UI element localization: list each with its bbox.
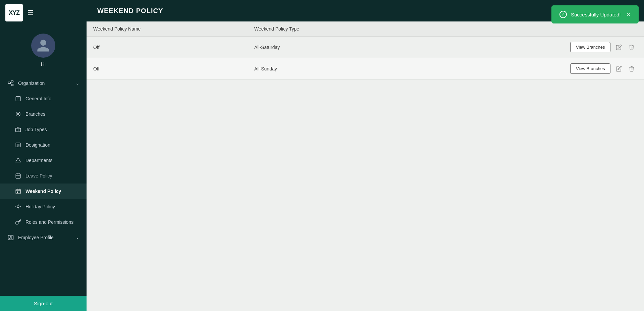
- chevron-down-icon-employee: ⌄: [76, 235, 79, 240]
- sidebar-item-weekend-policy-label: Weekend Policy: [25, 189, 61, 194]
- weekend-policy-icon: [15, 188, 21, 195]
- row-2-type: All-Sunday: [254, 66, 570, 71]
- sidebar-item-employee-profile-label: Employee Profile: [18, 235, 54, 240]
- main-content: WEEKEND POLICY Weekend Policy Name Weeke…: [87, 0, 644, 311]
- weekend-policy-table: Weekend Policy Name Weekend Policy Type …: [87, 21, 644, 80]
- sidebar-item-branches[interactable]: Branches: [0, 106, 87, 122]
- row-2-name: Off: [93, 66, 254, 71]
- user-avatar-icon: [36, 38, 51, 53]
- svg-rect-2: [11, 84, 13, 86]
- sidebar-item-departments-label: Departments: [25, 158, 52, 163]
- sidebar-item-employee-profile[interactable]: Employee Profile ⌄: [0, 230, 87, 245]
- svg-marker-19: [16, 158, 21, 162]
- svg-rect-34: [8, 235, 13, 240]
- sidebar-item-leave-policy-label: Leave Policy: [25, 173, 52, 178]
- departments-icon: [15, 157, 21, 164]
- toast-message: Successfully Updated!: [571, 12, 621, 17]
- sidebar-item-leave-policy[interactable]: Leave Policy: [0, 168, 87, 184]
- toast-notification: ✓ Successfully Updated! ✕: [551, 5, 639, 23]
- sidebar-item-departments[interactable]: Departments: [0, 153, 87, 168]
- delete-button-2[interactable]: [627, 64, 636, 73]
- col-header-actions: [570, 26, 637, 32]
- general-info-icon: [15, 95, 21, 102]
- edit-icon-2: [616, 66, 622, 72]
- svg-rect-24: [16, 189, 20, 194]
- roles-permissions-icon: [15, 219, 21, 225]
- sidebar-item-job-types-label: Job Types: [25, 127, 47, 132]
- svg-rect-0: [8, 82, 10, 84]
- col-header-type: Weekend Policy Type: [254, 26, 570, 32]
- sidebar-item-designation-label: Designation: [25, 142, 50, 148]
- view-branches-button-2[interactable]: View Branches: [570, 63, 610, 74]
- row-2-actions: View Branches: [570, 63, 637, 74]
- delete-button-1[interactable]: [627, 43, 636, 52]
- sidebar-item-branches-label: Branches: [25, 111, 45, 117]
- avatar: [31, 34, 55, 58]
- designation-icon: [15, 142, 21, 148]
- sidebar-item-organization[interactable]: Organization ⌄: [0, 75, 87, 91]
- table-row: Off All-Sunday View Branches: [87, 58, 644, 80]
- holiday-policy-icon: [15, 203, 21, 210]
- sidebar-item-weekend-policy[interactable]: Weekend Policy: [0, 184, 87, 199]
- row-1-name: Off: [93, 45, 254, 50]
- table-row: Off All-Saturday View Branches: [87, 37, 644, 58]
- user-greeting: Hi: [41, 61, 46, 67]
- svg-rect-1: [11, 81, 13, 83]
- hamburger-icon[interactable]: ☰: [28, 9, 34, 17]
- row-1-actions: View Branches: [570, 42, 637, 52]
- svg-point-11: [16, 112, 20, 116]
- sidebar-item-general-info-label: General Info: [25, 96, 51, 101]
- sidebar-item-roles-permissions[interactable]: Roles and Permissions: [0, 214, 87, 230]
- sidebar-nav: Organization ⌄ General Info Branches Job…: [0, 73, 87, 296]
- toast-close-button[interactable]: ✕: [626, 11, 631, 18]
- trash-icon-1: [629, 44, 635, 50]
- sidebar-item-organization-label: Organization: [18, 81, 45, 86]
- svg-point-35: [10, 236, 12, 238]
- sidebar-item-job-types[interactable]: Job Types: [0, 122, 87, 137]
- row-1-type: All-Saturday: [254, 45, 570, 50]
- sidebar-item-holiday-policy[interactable]: Holiday Policy: [0, 199, 87, 214]
- sidebar-item-holiday-policy-label: Holiday Policy: [25, 204, 55, 209]
- svg-line-4: [10, 83, 11, 85]
- sidebar-user: Hi: [0, 25, 87, 73]
- branches-icon: [15, 111, 21, 117]
- sidebar-item-roles-permissions-label: Roles and Permissions: [25, 219, 73, 225]
- job-types-icon: [15, 126, 21, 133]
- svg-rect-6: [16, 96, 20, 101]
- svg-point-10: [17, 113, 19, 115]
- sidebar-item-general-info[interactable]: General Info: [0, 91, 87, 106]
- logo: XYZ: [5, 4, 23, 21]
- svg-rect-20: [16, 174, 20, 178]
- svg-rect-28: [17, 192, 18, 193]
- trash-icon-2: [629, 66, 635, 72]
- page-title: WEEKEND POLICY: [97, 7, 163, 15]
- edit-button-1[interactable]: [614, 43, 623, 52]
- col-header-name: Weekend Policy Name: [93, 26, 254, 32]
- content-area: Weekend Policy Name Weekend Policy Type …: [87, 21, 644, 311]
- employee-profile-icon: [7, 234, 14, 241]
- toast-check-icon: ✓: [559, 11, 567, 18]
- sidebar-item-designation[interactable]: Designation: [0, 137, 87, 153]
- table-header: Weekend Policy Name Weekend Policy Type: [87, 21, 644, 37]
- svg-point-29: [17, 206, 19, 208]
- edit-button-2[interactable]: [614, 64, 623, 73]
- chevron-down-icon: ⌄: [76, 81, 79, 86]
- leave-policy-icon: [15, 172, 21, 179]
- sign-out-button[interactable]: Sign-out: [0, 296, 87, 311]
- organization-icon: [7, 80, 14, 87]
- sidebar: XYZ ☰ Hi Organization ⌄ General Info: [0, 0, 87, 311]
- sidebar-logo: XYZ ☰: [0, 0, 87, 25]
- edit-icon-1: [616, 44, 622, 50]
- view-branches-button-1[interactable]: View Branches: [570, 42, 610, 52]
